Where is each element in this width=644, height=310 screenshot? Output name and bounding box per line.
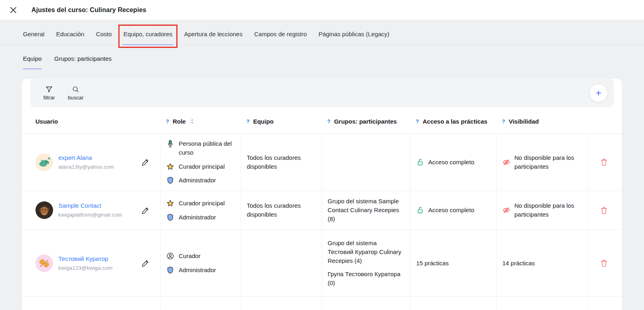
user-circle-icon [166, 252, 174, 260]
dolphin-avatar [35, 153, 53, 171]
course-settings-tabs: General Educación Costo Equipo, curadore… [0, 20, 644, 45]
shield-icon [166, 176, 174, 184]
dog-avatar [35, 201, 53, 219]
equipo-cell: Todos los curadores disponibles [241, 134, 322, 190]
visibilidad-label: No disponible para los participantes [514, 201, 580, 219]
tab-costo[interactable]: Costo [96, 31, 111, 45]
role-label: Administrador [179, 213, 216, 222]
help-icon[interactable]: ? [502, 118, 505, 124]
subtab-grupos-participantes[interactable]: Grupos: participantes [54, 55, 112, 69]
header-visibilidad: ? Visibilidad [496, 118, 587, 125]
visibilidad-cell [496, 297, 587, 310]
filter-icon [45, 85, 53, 93]
add-user-button[interactable]: + [590, 84, 607, 102]
user-email: kwigaplatform@gmail.com [58, 211, 122, 219]
role-label: Curador principal [179, 199, 225, 208]
visibilidad-cell: No disponible para los participantes [496, 191, 587, 229]
tab-equipo-curadores-label: Equipo, curadores [124, 31, 173, 37]
equipo-cell [241, 230, 322, 296]
close-icon[interactable] [8, 5, 19, 15]
grupo-label: Grupo del sistema Тестовий Куратор Culin… [328, 239, 403, 265]
visibilidad-label: No disponible para los participantes [514, 153, 580, 171]
trash-icon [600, 206, 608, 215]
equipo-cell [241, 297, 322, 310]
shield-icon [166, 213, 174, 221]
lock-open-icon [416, 158, 424, 166]
lock-open-icon [416, 206, 424, 214]
table-toolbar: filtrar buscar + [30, 79, 614, 107]
tab-educacion[interactable]: Educación [56, 31, 84, 45]
help-icon[interactable]: ? [416, 118, 419, 124]
header-grupos: ? Grupos: participantes [322, 118, 410, 125]
table-row: Тестовий Куратор kwiga123@kwiga.com Cura… [22, 230, 622, 297]
trash-icon [600, 259, 608, 267]
header-equipo: ? Equipo [241, 118, 322, 125]
butterfly-avatar [35, 254, 53, 272]
help-icon[interactable]: ? [327, 118, 330, 124]
user-name-link[interactable]: expert Alana [58, 153, 114, 162]
help-icon[interactable]: ? [246, 118, 250, 124]
shield-icon [166, 266, 174, 274]
grupo-label: Grupo del sistema Sample Contact Culinar… [328, 197, 403, 223]
visibilidad-cell: No disponible para los participantes [496, 134, 587, 190]
tab-general[interactable]: General [23, 31, 44, 45]
search-icon [72, 85, 80, 93]
user-name-link[interactable]: Sample Contact [58, 201, 122, 210]
pencil-icon [141, 206, 150, 215]
help-icon[interactable]: ? [166, 118, 169, 124]
filter-label: filtrar [43, 95, 55, 101]
grupos-cell: Grupo del sistema Тестовий Куратор Culin… [322, 230, 410, 296]
delete-user-button[interactable] [600, 259, 608, 267]
tab-paginas-publicas[interactable]: Páginas públicas (Legacy) [318, 31, 389, 45]
role-label: Curador [179, 252, 200, 260]
delete-user-button[interactable] [600, 206, 608, 215]
grupos-cell: Grupo del sistema Sample Contact Culinar… [322, 191, 410, 229]
pencil-icon [141, 158, 150, 166]
search-label: buscar [68, 95, 83, 101]
tab-campos-registro[interactable]: Campos de registro [254, 31, 307, 45]
acceso-label: 15 prácticas [416, 259, 449, 268]
tab-apertura-lecciones[interactable]: Apertura de lecciones [184, 31, 242, 45]
search-button[interactable]: buscar [62, 85, 89, 101]
star-icon [166, 199, 174, 207]
header-role: ? Role [160, 118, 241, 125]
role-label: Persona pública del curso [179, 139, 233, 157]
team-card: filtrar buscar + Usuario ? Role ? Equipo… [22, 79, 622, 310]
page-title: Ajustes del curso: Culinary Recepies [31, 6, 146, 14]
acceso-cell: Acceso completo [410, 134, 496, 190]
eye-off-icon [502, 158, 510, 166]
equipo-cell: Todos los curadores disponibles [241, 191, 322, 229]
table-row: expert Alana alana13ty@yahoo.com Persona… [22, 134, 622, 191]
eye-off-icon [502, 206, 510, 214]
acceso-cell: 15 prácticas [410, 230, 496, 296]
trash-icon [600, 158, 608, 166]
subtab-equipo[interactable]: Equipo [23, 55, 42, 69]
grupos-cell [322, 134, 410, 190]
user-email: kwiga123@kwiga.com [58, 264, 113, 272]
acceso-cell [410, 297, 496, 310]
table-row: Dueño [22, 297, 622, 310]
tab-equipo-curadores[interactable]: Equipo, curadores [124, 31, 173, 45]
star-icon [166, 163, 174, 171]
visibilidad-label: 14 prácticas [502, 259, 535, 268]
grupos-cell [322, 297, 410, 310]
user-email: alana13ty@yahoo.com [58, 163, 114, 171]
role-label: Administrador [179, 176, 216, 185]
filter-button[interactable]: filtrar [36, 85, 62, 101]
edit-user-button[interactable] [141, 158, 150, 166]
team-subtabs: Equipo Grupos: participantes [0, 45, 644, 69]
delete-user-button[interactable] [600, 158, 608, 166]
window-header: Ajustes del curso: Culinary Recepies [0, 0, 644, 20]
table-header-row: Usuario ? Role ? Equipo ? Grupos: partic… [22, 107, 622, 134]
edit-user-button[interactable] [141, 259, 150, 267]
header-usuario: Usuario [22, 118, 160, 125]
acceso-label: Acceso completo [428, 206, 474, 215]
grupo-label: Група Тестового Куратора (0) [328, 270, 403, 287]
edit-user-button[interactable] [141, 206, 150, 215]
header-acceso: ? Acceso a las prácticas [410, 118, 496, 125]
sort-icon[interactable] [190, 119, 194, 124]
user-name-link[interactable]: Тестовий Куратор [58, 254, 113, 263]
role-label: Administrador [179, 266, 216, 275]
acceso-cell: Acceso completo [410, 191, 496, 229]
role-label: Curador principal [179, 162, 225, 171]
